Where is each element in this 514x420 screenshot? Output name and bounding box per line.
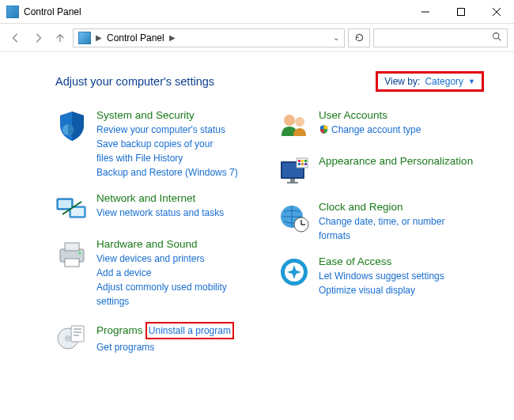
svg-rect-32: [301, 163, 304, 165]
category-sub[interactable]: Backup and Restore (Windows 7): [96, 165, 262, 180]
svg-rect-31: [298, 163, 300, 165]
category-clock-region: Clock and Region Change date, time, or n…: [278, 201, 484, 243]
category-column-left: System and Security Review your computer…: [55, 109, 262, 354]
category-sub[interactable]: Add a device: [96, 266, 262, 280]
category-columns: System and Security Review your computer…: [55, 109, 484, 354]
category-appearance: Appearance and Personalization: [278, 155, 484, 188]
svg-rect-19: [74, 331, 81, 333]
category-network-internet: Network and Internet View network status…: [55, 192, 262, 225]
ease-of-access-icon: [278, 255, 311, 289]
category-sub[interactable]: Let Windows suggest settings: [319, 269, 484, 283]
close-button[interactable]: [478, 0, 514, 24]
view-by-value: Category: [425, 76, 463, 87]
svg-point-16: [65, 335, 71, 342]
svg-rect-33: [304, 163, 307, 165]
category-title[interactable]: Programs: [96, 324, 143, 336]
clock-globe-icon: [278, 201, 311, 234]
category-sub[interactable]: Review your computer's status: [96, 123, 262, 137]
svg-line-5: [498, 38, 501, 40]
category-title[interactable]: User Accounts: [319, 109, 387, 121]
chevron-right-icon[interactable]: ▶: [169, 33, 176, 42]
chevron-right-icon[interactable]: ▶: [96, 33, 102, 42]
minimize-button[interactable]: [407, 0, 443, 24]
svg-rect-12: [65, 243, 79, 251]
category-title[interactable]: Hardware and Sound: [96, 238, 198, 250]
maximize-button[interactable]: [443, 0, 478, 24]
category-sub[interactable]: Save backup copies of your files with Fi…: [96, 137, 231, 165]
svg-rect-25: [290, 179, 295, 182]
search-icon: [492, 32, 502, 44]
chevron-down-icon[interactable]: ⌄: [333, 33, 339, 42]
programs-icon: [55, 321, 89, 354]
forward-button[interactable]: [28, 28, 47, 47]
category-system-security: System and Security Review your computer…: [55, 109, 262, 180]
category-sub[interactable]: Optimize visual display: [319, 283, 484, 297]
shield-icon: [55, 109, 89, 142]
svg-rect-28: [298, 160, 300, 162]
page-heading: Adjust your computer's settings: [55, 75, 376, 88]
monitor-icon: [278, 155, 311, 188]
category-sub[interactable]: Change date, time, or number formats: [319, 214, 453, 243]
category-sub[interactable]: Adjust commonly used mobility settings: [96, 280, 231, 308]
svg-point-4: [493, 32, 499, 38]
view-by-label: View by:: [384, 76, 420, 87]
category-title[interactable]: Appearance and Personalization: [319, 155, 473, 167]
category-programs: Programs Uninstall a program Get program…: [55, 321, 262, 354]
category-sub[interactable]: View network status and tasks: [96, 206, 262, 220]
svg-point-21: [284, 115, 295, 126]
chevron-down-icon: ▼: [468, 78, 475, 85]
svg-rect-18: [74, 328, 81, 330]
category-hardware-sound: Hardware and Sound View devices and prin…: [55, 238, 262, 308]
control-panel-icon: [6, 6, 19, 18]
category-ease-of-access: Ease of Access Let Windows suggest setti…: [278, 255, 484, 297]
svg-rect-1: [457, 8, 464, 15]
category-title[interactable]: Network and Internet: [96, 192, 195, 204]
breadcrumb[interactable]: Control Panel: [107, 32, 164, 44]
category-title[interactable]: System and Security: [96, 109, 195, 121]
category-title[interactable]: Ease of Access: [319, 255, 391, 267]
category-user-accounts: User Accounts Change account type: [278, 109, 484, 142]
category-sub[interactable]: Change account type: [331, 123, 421, 137]
svg-point-14: [79, 252, 81, 254]
svg-rect-29: [301, 160, 304, 162]
back-button[interactable]: [6, 28, 25, 47]
svg-rect-20: [74, 335, 79, 336]
svg-point-22: [295, 117, 304, 127]
view-by-selector[interactable]: View by: Category ▼: [376, 71, 484, 92]
up-button[interactable]: [51, 28, 70, 47]
content: Adjust your computer's settings View by:…: [0, 52, 514, 354]
printer-icon: [55, 238, 89, 271]
category-title[interactable]: Clock and Region: [319, 201, 403, 213]
refresh-button[interactable]: [348, 28, 370, 47]
svg-rect-30: [304, 160, 307, 162]
search-input[interactable]: [373, 28, 508, 47]
address-bar[interactable]: ▶ Control Panel ▶ ⌄: [73, 28, 345, 47]
svg-rect-13: [65, 259, 79, 267]
window-title: Control Panel: [24, 6, 407, 17]
category-column-right: User Accounts Change account type Appear…: [278, 109, 484, 354]
content-header: Adjust your computer's settings View by:…: [55, 71, 484, 92]
svg-rect-26: [287, 182, 298, 184]
toolbar: ▶ Control Panel ▶ ⌄: [0, 24, 514, 52]
category-sub[interactable]: Get programs: [96, 340, 262, 354]
category-sub[interactable]: View devices and printers: [96, 252, 262, 266]
titlebar: Control Panel: [0, 0, 514, 24]
network-icon: [55, 192, 89, 225]
uac-shield-icon: [319, 124, 329, 134]
category-sub-uninstall[interactable]: Uninstall a program: [146, 322, 234, 339]
users-icon: [278, 109, 311, 142]
control-panel-icon: [78, 32, 91, 44]
svg-rect-10: [71, 208, 84, 216]
svg-rect-9: [59, 200, 71, 208]
